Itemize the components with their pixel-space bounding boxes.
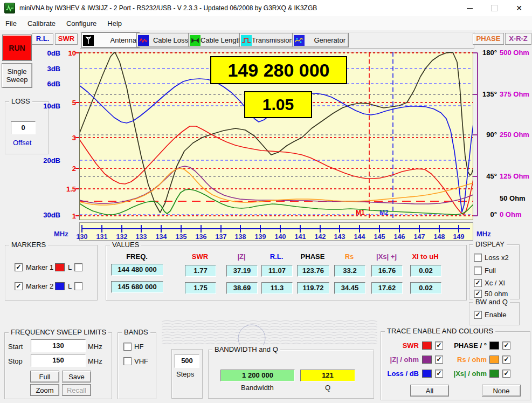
display-group: DISPLAY Loss x2 Full ✓ Xc / Xl ✓ 50 ohm [469, 244, 520, 299]
x-axis-tick-label: 148 [434, 233, 445, 241]
watermark-line [162, 320, 377, 322]
value-cell-phase: 123.76 [297, 265, 329, 277]
marker2-checkbox[interactable]: ✓ [15, 282, 23, 290]
save-button[interactable]: Save [62, 371, 91, 382]
vhf-label: VHF [134, 357, 148, 365]
stop-freq-input[interactable]: 150 [31, 354, 86, 367]
tab-label: Generator [314, 36, 346, 44]
watermark-line [162, 338, 377, 339]
trace-swr-swatch[interactable] [422, 341, 432, 350]
right-axis-row: 135° 375 Ohm [480, 90, 531, 99]
start-freq-input[interactable]: 130 [31, 339, 86, 352]
db-axis-label: 3dB [38, 65, 60, 73]
trace-swr-checkbox[interactable]: ✓ [435, 341, 443, 350]
steps-label: Steps [176, 370, 194, 378]
values-column-header: Xl to uH [412, 252, 438, 261]
loss-offset-input[interactable]: 0 [11, 121, 36, 134]
trace-z-checkbox[interactable]: ✓ [435, 356, 443, 364]
right-axis-row: 50 Ohm [480, 194, 531, 203]
marker1-checkbox[interactable]: ✓ [15, 263, 23, 271]
trace-rs-label: Rs / ohm [448, 356, 487, 364]
tab-antenna[interactable]: Antenna [81, 32, 140, 48]
trace-xs-swatch[interactable] [489, 370, 499, 378]
watermark-line [162, 332, 377, 333]
x-axis-tick-label: 137 [216, 233, 227, 241]
50ohm-label: 50 ohm [485, 290, 508, 298]
trace-none-button[interactable]: None [482, 385, 521, 397]
trace-swr-label: SWR [383, 341, 419, 350]
marker2-l-label: L [68, 282, 72, 290]
marker1-l-checkbox[interactable] [74, 263, 82, 271]
tab-label: Transmission [252, 36, 293, 44]
x-axis-tick-label: 145 [374, 233, 385, 241]
trace-loss-checkbox[interactable]: ✓ [435, 370, 443, 378]
watermark-line [162, 329, 377, 330]
xrz-mode-box[interactable]: X-R-Z [505, 33, 531, 45]
bwq-enable-label: Enable [485, 311, 506, 319]
ohm-scale-label: 50 Ohm [500, 194, 526, 203]
cable-loss-icon [138, 35, 149, 46]
full-sweep-button[interactable]: Full [30, 371, 59, 382]
tab-cable-loss[interactable]: Cable Loss [136, 33, 191, 47]
full-label: Full [485, 267, 496, 275]
trace-z-swatch[interactable] [422, 356, 432, 364]
marker1-label: Marker 1 [26, 263, 53, 271]
zoom-button[interactable]: Zoom [30, 384, 59, 396]
bwq-enable-checkbox[interactable]: ✓ [474, 311, 482, 319]
marker2-l-checkbox[interactable] [74, 282, 82, 290]
recall-button[interactable]: Recall [62, 384, 91, 396]
loss-x2-checkbox[interactable] [474, 254, 482, 262]
swr-axis-label: 1 [60, 212, 76, 220]
phase-scale-label: 180° [480, 49, 497, 57]
frequency-readout: 149 280 000 [210, 56, 347, 84]
value-cell-xs: 16.76 [371, 265, 403, 277]
minimize-button[interactable] [457, 0, 482, 16]
marker1-color-swatch[interactable] [55, 263, 65, 271]
phase-mode-box[interactable]: PHASE [473, 33, 504, 45]
values-column-header: SWR [192, 252, 208, 261]
x-axis-tick-label: 134 [156, 233, 167, 241]
xc-xl-checkbox[interactable]: ✓ [474, 279, 482, 287]
tab-generator[interactable]: Generator [292, 33, 349, 47]
marker2-color-swatch[interactable] [55, 282, 65, 290]
close-button[interactable]: ✕ [507, 0, 531, 16]
phase-scale-label: 0° [480, 210, 497, 219]
menu-item[interactable]: Calibrate [22, 16, 61, 30]
antenna-icon [83, 35, 94, 46]
swr-mode-box[interactable]: SWR [55, 33, 78, 45]
maximize-button[interactable] [482, 0, 507, 16]
menu-item[interactable]: Help [102, 16, 127, 30]
trace-xs-checkbox[interactable]: ✓ [502, 370, 510, 378]
sweep-limits-group: FREQUENCY SWEEP LIMITS Start 130 MHz Sto… [4, 332, 112, 399]
50ohm-checkbox[interactable]: ✓ [474, 290, 482, 298]
trace-phase-swatch[interactable] [489, 341, 499, 350]
trace-rs-swatch[interactable] [489, 356, 499, 364]
mhz-label-left: MHz [54, 230, 68, 238]
trace-loss-swatch[interactable] [422, 370, 432, 378]
full-checkbox[interactable] [474, 267, 482, 275]
tab-label: Cable Loss [153, 36, 188, 44]
vhf-checkbox[interactable] [123, 357, 132, 365]
q-label: Q [325, 384, 330, 392]
display-legend: DISPLAY [473, 240, 507, 248]
menu-item[interactable]: Configure [61, 16, 102, 30]
tab-cable-length[interactable]: Cable Length [188, 33, 243, 47]
trace-all-button[interactable]: All [410, 385, 449, 397]
rl-mode-box[interactable]: R.L. [32, 33, 53, 45]
value-cell-swr: 1.75 [185, 282, 216, 294]
single-sweep-button[interactable]: Single Sweep [2, 63, 32, 88]
swr-axis-label: 3 [60, 134, 76, 142]
watermark-line [162, 343, 377, 344]
hf-checkbox[interactable] [123, 343, 132, 351]
value-cell-rs: 34.45 [334, 282, 365, 294]
run-button[interactable]: RUN [2, 35, 32, 61]
trace-enable-group: TRACE ENABLE AND COLOURS SWR ✓ PHASE / °… [381, 331, 530, 400]
stop-unit-label: MHz [88, 357, 102, 365]
menu-item[interactable]: File [0, 16, 22, 30]
tab-transmission[interactable]: Transmission [239, 33, 296, 47]
trace-phase-checkbox[interactable]: ✓ [502, 341, 510, 350]
steps-input[interactable]: 500 [175, 354, 199, 368]
values-column-header: PHASE [301, 252, 325, 261]
trace-z-label: |Z| / ohm [383, 356, 419, 364]
trace-rs-checkbox[interactable]: ✓ [502, 356, 510, 364]
